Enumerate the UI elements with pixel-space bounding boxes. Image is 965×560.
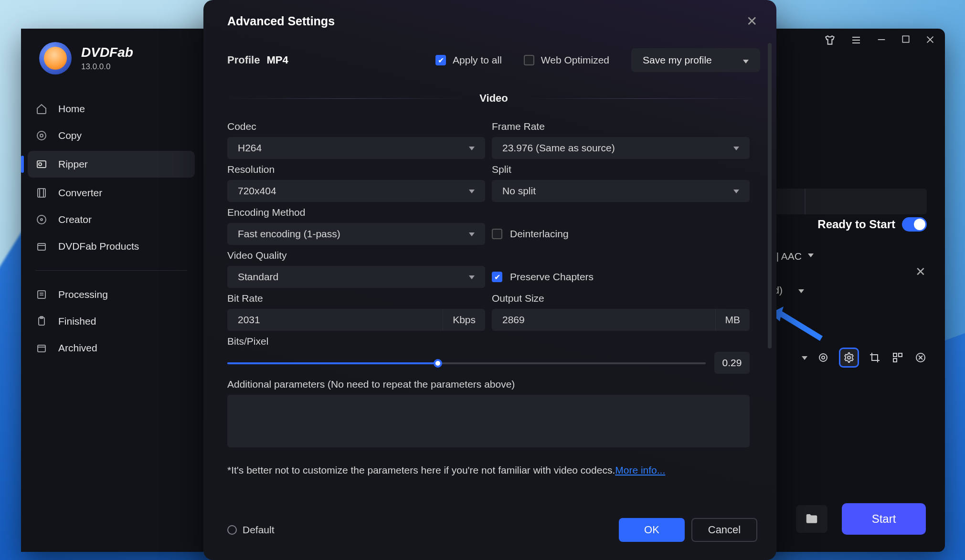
bpp-slider[interactable] [227, 353, 706, 372]
codec-value: H264 [238, 142, 262, 154]
bpp-label: Bits/Pixel [227, 336, 750, 347]
svg-rect-29 [899, 353, 902, 357]
more-info-link[interactable]: More info... [615, 465, 665, 475]
sidebar-item-home[interactable]: Home [21, 95, 201, 122]
chevron-down-icon[interactable] [798, 286, 804, 295]
resolution-label: Resolution [227, 164, 485, 175]
profile-value: MP4 [266, 54, 288, 66]
sidebar-item-converter[interactable]: Converter [21, 180, 201, 206]
codec-note: *It's better not to customize the parame… [227, 465, 760, 476]
chevron-down-icon [469, 273, 475, 281]
advanced-settings-modal: Advanced Settings ✕ Profile MP4 ✔ Apply … [203, 0, 776, 560]
sidebar-item-copy[interactable]: Copy [21, 122, 201, 149]
deinterlacing-checkbox[interactable]: Deinterlacing [492, 223, 569, 245]
sidebar-item-label: DVDFab Products [58, 241, 139, 252]
output-label: Output Size [492, 293, 750, 304]
task-close-icon[interactable]: ✕ [915, 264, 926, 279]
svg-rect-23 [38, 345, 45, 352]
bpp-value: 0.29 [714, 352, 750, 374]
resolution-select[interactable]: 720x404 [227, 180, 485, 202]
close-icon[interactable]: ✕ [746, 13, 757, 29]
checkbox-icon [492, 229, 502, 239]
framerate-value: 23.976 (Same as source) [502, 142, 615, 154]
deinterlacing-label: Deinterlacing [510, 228, 569, 240]
ok-button[interactable]: OK [619, 518, 685, 542]
start-button[interactable]: Start [842, 503, 926, 535]
svg-point-14 [37, 215, 46, 224]
split-select[interactable]: No split [492, 180, 750, 202]
ripper-icon [35, 158, 48, 170]
codec-label: Codec [227, 121, 485, 132]
advanced-settings-button[interactable] [839, 348, 859, 368]
scrollbar[interactable] [768, 43, 772, 482]
apply-to-all-checkbox[interactable]: ✔ Apply to all [435, 54, 502, 66]
svg-rect-30 [893, 359, 897, 362]
sidebar-item-label: Finished [58, 316, 96, 327]
codec-select[interactable]: H264 [227, 137, 485, 159]
note-text: *It's better not to customize the parame… [227, 465, 615, 475]
quality-select[interactable]: Standard [227, 266, 485, 288]
svg-rect-11 [38, 189, 45, 197]
sidebar-item-processing[interactable]: Processing [21, 281, 201, 308]
film-icon [35, 187, 48, 199]
cancel-label: Cancel [708, 524, 741, 536]
save-profile-label: Save my profile [643, 54, 712, 66]
app-version: 13.0.0.0 [81, 62, 133, 72]
preserve-chapters-checkbox[interactable]: ✔ Preserve Chapters [492, 266, 594, 288]
sidebar-item-label: Archived [58, 342, 97, 354]
quality-label: Video Quality [227, 250, 485, 261]
svg-point-26 [822, 356, 825, 359]
target-icon[interactable] [816, 350, 830, 365]
cancel-button[interactable]: Cancel [691, 518, 757, 542]
sidebar-item-label: Ripper [58, 158, 88, 170]
default-radio[interactable]: Default [227, 524, 275, 536]
ready-toggle[interactable] [902, 217, 927, 232]
video-section-title: Video [463, 92, 524, 105]
disc-icon [35, 129, 48, 142]
sidebar-item-creator[interactable]: Creator [21, 206, 201, 233]
ok-label: OK [644, 524, 659, 536]
output-value: 2869 [502, 314, 525, 326]
crop-icon[interactable] [868, 350, 882, 365]
preserve-chapters-label: Preserve Chapters [510, 271, 594, 283]
annotation-arrow-icon [770, 306, 823, 345]
ready-label: Ready to Start [817, 218, 895, 231]
profile-display: Profile MP4 [227, 54, 288, 66]
remove-icon[interactable] [913, 350, 928, 365]
chevron-down-icon [469, 187, 475, 195]
sidebar: DVDFab 13.0.0.0 Home Copy Ripper Convert… [21, 29, 201, 552]
list-icon [35, 288, 48, 301]
checkbox-checked-icon: ✔ [492, 272, 502, 282]
chevron-down-icon [469, 144, 475, 152]
bitrate-label: Bit Rate [227, 293, 485, 304]
search-box-fragment[interactable] [769, 189, 927, 214]
grid-icon[interactable] [891, 350, 905, 365]
bitrate-input[interactable]: 2031 [227, 309, 443, 331]
sidebar-item-ripper[interactable]: Ripper [28, 151, 195, 178]
bitrate-value: 2031 [238, 314, 260, 326]
sidebar-item-label: Creator [58, 214, 92, 225]
resolution-value: 720x404 [238, 185, 276, 197]
chevron-down-icon[interactable] [808, 251, 814, 259]
web-optimized-checkbox[interactable]: Web Optimized [524, 54, 609, 66]
addparams-input[interactable] [227, 395, 750, 447]
save-profile-dropdown[interactable]: Save my profile [631, 48, 760, 72]
home-icon [35, 103, 48, 115]
sidebar-item-products[interactable]: DVDFab Products [21, 233, 201, 260]
package-icon [35, 240, 48, 253]
encoding-select[interactable]: Fast encoding (1-pass) [227, 223, 485, 245]
web-optimized-label: Web Optimized [541, 54, 609, 66]
framerate-select[interactable]: 23.976 (Same as source) [492, 137, 750, 159]
output-input[interactable]: 2869 [492, 309, 715, 331]
chevron-down-icon[interactable] [802, 353, 807, 362]
sidebar-item-archived[interactable]: Archived [21, 335, 201, 361]
sidebar-item-finished[interactable]: Finished [21, 308, 201, 335]
svg-point-27 [848, 356, 850, 359]
modal-title: Advanced Settings [227, 14, 760, 28]
output-folder-button[interactable] [796, 505, 827, 533]
sidebar-item-label: Converter [58, 187, 102, 199]
quality-value: Standard [238, 271, 278, 283]
sidebar-item-label: Processing [58, 289, 108, 300]
addparams-label: Additional parameters (No need to repeat… [227, 379, 750, 390]
archive-icon [35, 342, 48, 354]
